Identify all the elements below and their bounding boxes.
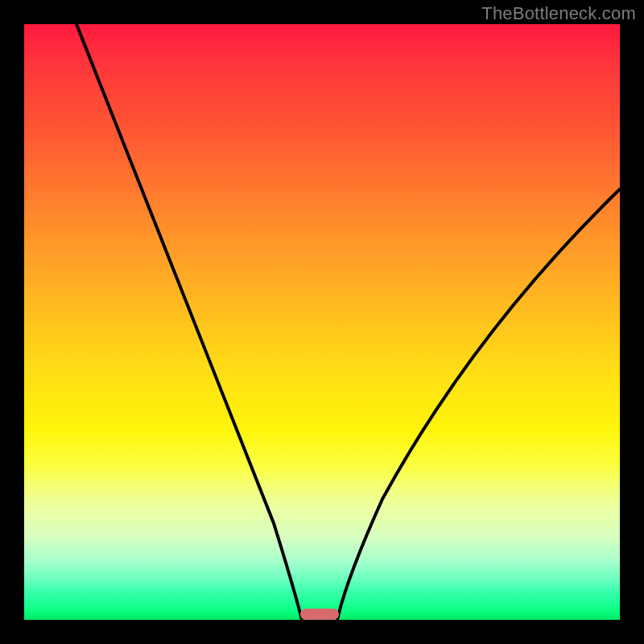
- left-curve: [76, 24, 302, 620]
- curve-layer: [24, 24, 620, 620]
- plot-area: [24, 24, 620, 620]
- watermark-text: TheBottleneck.com: [481, 3, 636, 24]
- bottleneck-marker: [300, 609, 339, 620]
- right-curve: [337, 189, 620, 620]
